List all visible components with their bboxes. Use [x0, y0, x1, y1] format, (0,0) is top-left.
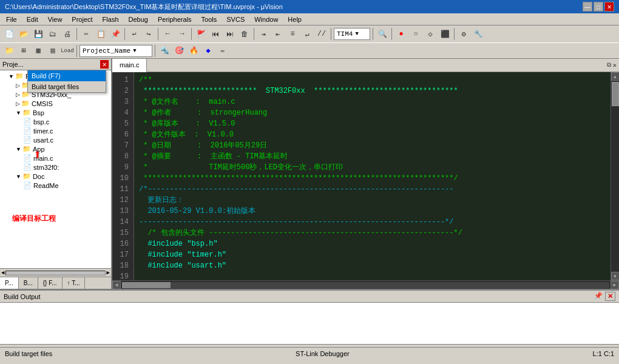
redo-button[interactable]: ↪ [142, 27, 155, 41]
load-button[interactable]: Load [61, 44, 74, 58]
stop-button[interactable]: ○ [409, 27, 422, 41]
tab-build[interactable]: B... [19, 277, 38, 289]
diamond-button[interactable]: ◆ [201, 44, 215, 58]
build-close-btn[interactable]: ✕ [605, 292, 615, 301]
menu-svcs[interactable]: SVCS [223, 15, 248, 24]
editor-tab-controls: ⧉ ✕ [607, 61, 619, 69]
flame-button[interactable]: 🔥 [187, 44, 200, 58]
prev-bookmark-button[interactable]: ⏮ [209, 27, 222, 41]
settings-button[interactable]: ⚙ [457, 27, 470, 41]
hscroll-left-btn[interactable]: ◀ [112, 281, 121, 289]
target-button[interactable]: 🎯 [172, 44, 186, 58]
code-content: 1 2 3 4 5 6 7 8 9 10 11 12 13 14 15 16 1… [112, 72, 619, 280]
wizard-button[interactable]: 🔩 [158, 44, 171, 58]
tim-dropdown-arrow[interactable]: ▼ [355, 31, 358, 37]
tab-templates[interactable]: ↑ T... [63, 277, 86, 289]
editor-tab-main[interactable]: main.c [112, 59, 147, 72]
pin-icon[interactable]: 📌 [594, 292, 603, 301]
tree-stm32-c[interactable]: 📄 stm32f0: [1, 163, 110, 172]
tree-main-c[interactable]: 📄 main.c [1, 153, 110, 163]
forward-button[interactable]: → [175, 27, 189, 41]
edit-target-button[interactable]: ✏ [216, 44, 229, 58]
menu-peripherals[interactable]: Peripherals [154, 15, 195, 24]
new-file-button[interactable]: 📄 [2, 27, 16, 41]
minimize-button[interactable]: — [583, 2, 592, 12]
copy-button[interactable]: 📋 [94, 27, 107, 41]
print-button[interactable]: 🖨 [61, 27, 74, 41]
grid-button[interactable]: ⊞ [17, 44, 30, 58]
open-file-button[interactable]: 📂 [17, 27, 30, 41]
menu-debug[interactable]: Debug [125, 15, 152, 24]
find-button[interactable]: 🔍 [376, 27, 389, 41]
tim-dropdown[interactable]: TIM4 [337, 30, 353, 38]
ctx-build[interactable]: Build (F7) [28, 70, 106, 81]
cut-button[interactable]: ✂ [79, 27, 93, 41]
menu-help[interactable]: Help [284, 15, 305, 24]
vscroll-thumb[interactable] [612, 82, 619, 106]
panel-close-button[interactable]: ✕ [100, 60, 109, 69]
main-area: Proje... Build (F7) Build target files ✕… [0, 59, 619, 289]
line-num-2: 2 [117, 86, 129, 96]
undo-button[interactable]: ↩ [127, 27, 141, 41]
close-button[interactable]: ✕ [604, 2, 614, 12]
tree-doc[interactable]: ▼ 📁 Doc [1, 172, 110, 181]
tree-bsp-c[interactable]: 📄 bsp.c [1, 117, 110, 126]
tab-project[interactable]: P... [0, 277, 19, 289]
ctx-build-target[interactable]: Build target files [28, 81, 106, 92]
expand-icon: ▼ [16, 174, 21, 180]
comment-button[interactable]: // [315, 27, 328, 41]
vscroll-down-btn[interactable]: ▼ [611, 272, 620, 280]
save-button[interactable]: 💾 [32, 27, 45, 41]
tree-usart-c[interactable]: 📄 usart.c [1, 135, 110, 144]
debug-start-button[interactable]: ⬛ [438, 27, 452, 41]
maximize-button[interactable]: □ [594, 2, 603, 12]
menu-tools[interactable]: Tools [198, 15, 221, 24]
float-icon[interactable]: ⧉ [607, 62, 611, 69]
component-button[interactable]: ▤ [46, 44, 59, 58]
options-button[interactable]: 🔧 [472, 27, 485, 41]
vscroll-up-btn[interactable]: ▲ [611, 72, 620, 81]
clear-bookmark-button[interactable]: 🗑 [238, 27, 251, 41]
project-dropdown-arrow[interactable]: ▼ [133, 48, 136, 54]
eraser-button[interactable]: ◇ [424, 27, 437, 41]
paste-button[interactable]: 📌 [109, 27, 122, 41]
hscroll-thumb[interactable] [122, 282, 171, 288]
separator-10 [76, 45, 77, 57]
format-button[interactable]: ≡ [286, 27, 299, 41]
table-button[interactable]: ▦ [32, 44, 45, 58]
indent-button[interactable]: ⇥ [257, 27, 270, 41]
scroll-left-btn[interactable]: ◀ [1, 269, 4, 276]
workspace-button[interactable]: 📁 [2, 44, 16, 58]
next-bookmark-button[interactable]: ⏭ [223, 27, 237, 41]
menu-edit[interactable]: Edit [23, 15, 42, 24]
code-text-area[interactable]: /** ************************** STM32F0xx… [134, 72, 611, 280]
tree-timer-c[interactable]: 📄 timer.c [1, 126, 110, 135]
tree-bsp[interactable]: ▼ 📁 Bsp [1, 108, 110, 117]
bookmark-button[interactable]: 🚩 [194, 27, 208, 41]
scroll-right-btn[interactable]: ▶ [107, 269, 110, 276]
folder-icon: 📁 [15, 72, 24, 80]
line-num-17: 17 [117, 249, 129, 260]
menu-flash[interactable]: Flash [99, 15, 123, 24]
menu-view[interactable]: View [44, 15, 66, 24]
unindent-button[interactable]: ⇤ [271, 27, 285, 41]
tab-functions[interactable]: {} F... [38, 277, 63, 289]
menu-file[interactable]: File [2, 15, 21, 24]
project-name-dropdown[interactable]: Project_Name [83, 47, 130, 55]
line-num-8: 8 [117, 151, 129, 162]
tree-cmsis[interactable]: ▷ 📁 CMSIS [1, 99, 110, 108]
hscroll-right-btn[interactable]: ▶ [611, 281, 619, 289]
context-menu: Build (F7) Build target files [27, 70, 106, 93]
menu-project[interactable]: Project [68, 15, 96, 24]
save-all-button[interactable]: 🗂 [46, 27, 59, 41]
separator-5 [254, 28, 254, 40]
editor-close-button[interactable]: ✕ [612, 61, 617, 69]
panel-tabs: P... B... {} F... ↑ T... [0, 277, 111, 289]
tree-readme[interactable]: 📄 ReadMe [1, 181, 110, 190]
build-button[interactable]: ● [394, 27, 408, 41]
menu-window[interactable]: Window [251, 15, 282, 24]
toolbar-area: 📄 📂 💾 🗂 🖨 ✂ 📋 📌 ↩ ↪ ← → 🚩 ⏮ ⏭ 🗑 ⇥ ⇤ ≡ ↵ … [0, 25, 619, 59]
wrap-button[interactable]: ↵ [300, 27, 314, 41]
tree-app[interactable]: ▼ 📁 App [1, 144, 110, 153]
back-button[interactable]: ← [161, 27, 174, 41]
